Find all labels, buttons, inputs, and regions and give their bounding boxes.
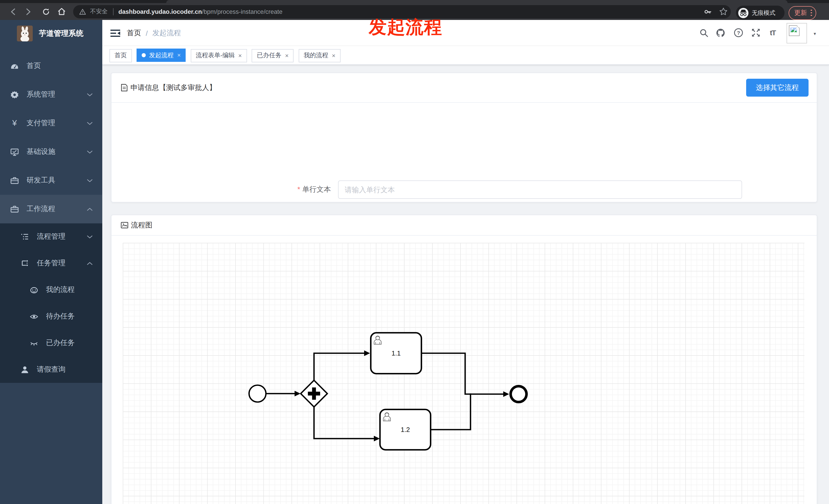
task-label: 1.2 (401, 426, 410, 433)
image-icon (121, 222, 129, 229)
bpmn-canvas[interactable]: 1.1 1.2 (123, 243, 804, 504)
text-field-row: *单行文本 (275, 181, 742, 199)
bpmn-user-task-1[interactable]: 1.1 (371, 333, 422, 374)
sidebar-item-payment[interactable]: ¥ 支付管理 (0, 109, 102, 138)
sidebar-item-my-process[interactable]: 我的流程 (0, 276, 102, 303)
bpmn-end-event[interactable] (511, 386, 527, 402)
forward-button[interactable] (22, 5, 34, 18)
incognito-badge: 无痕模式 (736, 6, 785, 20)
tab-home[interactable]: 首页 (109, 49, 132, 62)
url-path[interactable]: /bpm/process-instance/create (202, 8, 283, 15)
sidebar-item-leave-query[interactable]: 请假查询 (0, 356, 102, 383)
app-logo-row[interactable]: 芋道管理系统 (0, 20, 102, 46)
sidebar-item-infrastructure[interactable]: 基础设施 (0, 138, 102, 166)
flow-icon (21, 259, 29, 268)
sidebar-item-todo-tasks[interactable]: 待办任务 (0, 303, 102, 330)
diagram-card-header: 流程图 (111, 215, 817, 236)
tab-start-process[interactable]: 发起流程 × (137, 48, 186, 62)
bpmn-user-task-2[interactable]: 1.2 (380, 410, 431, 450)
list-tree-icon (21, 232, 29, 241)
sidebar-collapse-icon[interactable] (110, 28, 121, 38)
tab-label: 首页 (114, 51, 127, 60)
eye-closed-icon (30, 339, 38, 347)
sidebar-menu: 首页 系统管理 ¥ 支付管理 基础设施 (0, 52, 102, 383)
reload-button[interactable] (39, 5, 52, 18)
tab-my-process[interactable]: 我的流程 × (299, 49, 340, 62)
password-key-icon[interactable] (704, 7, 712, 15)
sidebar-item-label: 基础设施 (27, 147, 55, 156)
choose-other-process-button[interactable]: 选择其它流程 (746, 79, 808, 96)
breadcrumb-current: 发起流程 (152, 28, 181, 38)
tab-form-edit[interactable]: 流程表单-编辑 × (191, 49, 247, 62)
avatar-caret-icon[interactable]: ▾ (814, 31, 816, 36)
chevron-up-icon (87, 262, 93, 265)
required-mark: * (297, 185, 300, 193)
dashboard-icon (10, 62, 19, 70)
home-button[interactable] (55, 5, 68, 18)
tab-close-icon[interactable]: × (332, 52, 335, 59)
fullscreen-icon[interactable] (751, 28, 760, 37)
tab-label: 流程表单-编辑 (196, 51, 235, 60)
chevron-down-icon (87, 93, 93, 96)
browser-menu-icon[interactable] (810, 10, 812, 16)
font-size-icon[interactable]: tT (768, 28, 777, 37)
sidebar-item-workflow[interactable]: 工作流程 (0, 195, 102, 223)
flow-task2-to-end (431, 393, 470, 430)
tab-label: 我的流程 (304, 51, 328, 60)
github-icon[interactable] (716, 28, 725, 37)
chevron-down-icon (87, 122, 93, 125)
flow-gateway-to-task2 (314, 407, 374, 438)
tab-label: 已办任务 (257, 51, 282, 60)
tab-done-tasks[interactable]: 已办任务 × (252, 49, 294, 62)
single-line-text-input[interactable] (338, 181, 742, 199)
breadcrumb-home[interactable]: 首页 (127, 28, 141, 38)
sidebar-item-label: 流程管理 (37, 232, 66, 241)
bpmn-diagram: 1.1 1.2 (123, 243, 804, 504)
text-field-label: *单行文本 (275, 185, 338, 194)
help-icon[interactable]: ? (734, 28, 743, 37)
process-diagram-card: 流程图 (111, 215, 817, 504)
tab-label: 发起流程 (149, 51, 174, 60)
sidebar-item-home[interactable]: 首页 (0, 52, 102, 80)
sidebar-item-label: 支付管理 (27, 119, 55, 128)
sidebar-item-system[interactable]: 系统管理 (0, 80, 102, 109)
browser-active-tab[interactable] (166, 0, 788, 3)
tab-close-icon[interactable]: × (238, 52, 242, 59)
monitor-icon (10, 148, 19, 156)
workflow-submenu: 流程管理 任务管理 我的流程 (0, 223, 102, 383)
chevron-down-icon (87, 179, 93, 183)
flow-gateway-to-task1 (314, 353, 365, 380)
tab-close-icon[interactable]: × (285, 52, 289, 59)
sidebar-item-dev-tools[interactable]: 研发工具 (0, 166, 102, 195)
sidebar-item-task-mgmt[interactable]: 任务管理 (0, 250, 102, 276)
svg-text:?: ? (737, 30, 740, 36)
yen-icon: ¥ (10, 119, 19, 127)
bpmn-start-event[interactable] (249, 385, 266, 402)
tags-view-bar: 首页 发起流程 × 流程表单-编辑 × 已办任务 × 我的流程 × (102, 46, 829, 65)
sidebar-item-done-tasks[interactable]: 已办任务 (0, 330, 102, 356)
annotation-title: 发起流程 (369, 15, 442, 39)
url-host[interactable]: dashboard.yudao.iocoder.cn (118, 8, 202, 15)
avatar[interactable] (787, 23, 807, 43)
sidebar: 芋道管理系统 首页 系统管理 ¥ 支付管理 (0, 20, 102, 504)
update-label[interactable]: 更新 (794, 8, 807, 17)
incognito-label: 无痕模式 (752, 9, 775, 16)
tab-close-icon[interactable]: × (177, 52, 181, 59)
bookmark-star-icon[interactable] (719, 7, 728, 16)
update-button[interactable]: 更新 (789, 6, 816, 20)
bpmn-parallel-gateway[interactable] (301, 380, 327, 407)
flow-task1-to-end (422, 353, 504, 394)
search-icon[interactable] (699, 28, 708, 37)
breadcrumb: 首页 / 发起流程 (127, 20, 181, 46)
back-button[interactable] (7, 5, 20, 18)
security-label[interactable]: 不安全 (90, 8, 108, 15)
browser-tab-strip (0, 0, 829, 3)
sidebar-item-process-mgmt[interactable]: 流程管理 (0, 223, 102, 250)
sidebar-item-label: 我的流程 (46, 285, 75, 295)
form-card-title: 申请信息【测试多审批人】 (131, 83, 216, 92)
document-icon (121, 84, 128, 91)
sidebar-item-label: 工作流程 (27, 204, 55, 214)
screen: 不安全 dashboard.yudao.iocoder.cn/bpm/proce… (0, 0, 829, 504)
not-secure-warning-icon[interactable] (79, 8, 86, 14)
sidebar-item-label: 待办任务 (46, 312, 75, 321)
